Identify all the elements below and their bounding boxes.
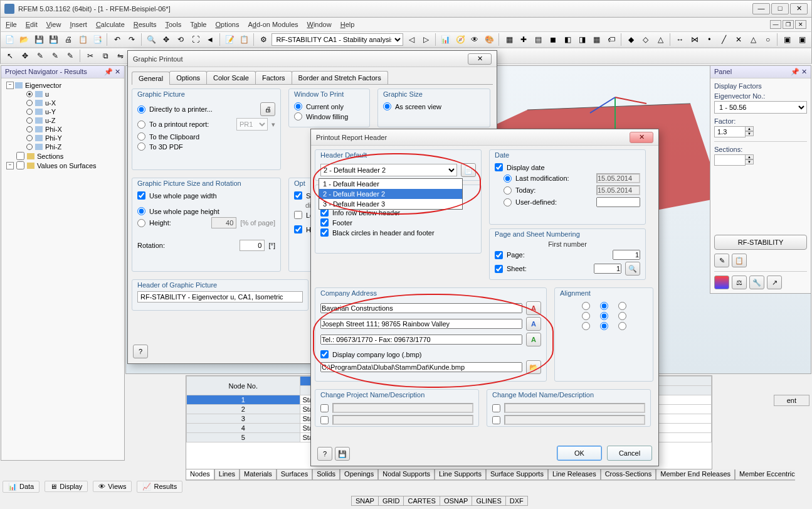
a3-r[interactable]	[618, 322, 626, 330]
sheet-check[interactable]	[495, 265, 503, 273]
radio-u-Z[interactable]	[26, 117, 33, 124]
mesh-icon[interactable]: ▦	[590, 33, 603, 46]
dlg-save-button[interactable]: 💾	[335, 447, 350, 461]
header-graphic-input[interactable]	[137, 291, 303, 303]
user-date-radio[interactable]	[504, 198, 512, 206]
wire-icon[interactable]: ▤	[532, 33, 545, 46]
radio-u[interactable]	[26, 91, 33, 97]
panel-gradient-icon[interactable]	[714, 276, 729, 289]
panel-arrow-icon[interactable]: ↗	[767, 276, 782, 289]
col-node-no[interactable]: Node No.	[187, 377, 300, 395]
radio-u-X[interactable]	[26, 100, 33, 106]
truncated-tab[interactable]: ent	[774, 395, 809, 406]
btab-line-releases[interactable]: Line Releases	[548, 469, 601, 480]
whole-width-check[interactable]	[137, 191, 145, 200]
graphic-printout-close[interactable]: ✕	[468, 53, 492, 65]
next-lc-icon[interactable]: ▷	[419, 33, 433, 46]
menu-edit[interactable]: Edit	[26, 21, 38, 28]
tab-general[interactable]: General	[132, 72, 170, 85]
btab-nodal-supports[interactable]: Nodal Supports	[378, 469, 435, 480]
menu-insert[interactable]: Insert	[70, 21, 87, 28]
tab-border-and-stretch-factors[interactable]: Border and Stretch Factors	[292, 71, 388, 84]
printer-settings-button[interactable]: 🖨	[260, 102, 275, 116]
opt-sh-check[interactable]	[294, 191, 302, 200]
snap-glines[interactable]: GLINES	[472, 496, 505, 506]
show2-icon[interactable]: ◇	[639, 33, 652, 46]
tab-results[interactable]: 📈 Results	[137, 481, 182, 493]
a3-l[interactable]	[582, 322, 590, 330]
results-on-icon[interactable]: 📊	[439, 33, 452, 46]
address-line2[interactable]	[320, 319, 522, 329]
eigenvector-combo[interactable]: 1 - 50.56	[714, 101, 807, 114]
btab-materials[interactable]: Materials	[240, 469, 277, 480]
btab-line-supports[interactable]: Line Supports	[435, 469, 486, 480]
tree-item-u-z[interactable]: u-Z	[4, 116, 122, 125]
to-3dpdf-radio[interactable]	[137, 142, 145, 151]
print-icon[interactable]: 🖨	[61, 33, 75, 46]
new-icon[interactable]: 📄	[3, 33, 16, 46]
address-line3[interactable]	[320, 335, 522, 345]
circles-check[interactable]	[320, 228, 329, 237]
values-checkbox[interactable]	[16, 161, 24, 169]
help-button[interactable]: ?	[133, 345, 148, 358]
draw3-icon[interactable]: ✎	[63, 49, 77, 63]
cancel-button[interactable]: Cancel	[607, 446, 652, 461]
tab-options[interactable]: Options	[169, 71, 207, 84]
tree-eigenvector[interactable]: Eigenvector	[4, 81, 122, 90]
user-date-input[interactable]	[596, 197, 640, 207]
rotation-input[interactable]	[240, 240, 265, 251]
height-radio[interactable]	[137, 219, 145, 227]
header-opt-1[interactable]: 1 - Default Header	[319, 179, 462, 189]
snap-snap[interactable]: SNAP	[351, 496, 379, 506]
printout-icon[interactable]: 📋	[76, 33, 90, 46]
move-icon[interactable]: ✥	[18, 49, 32, 63]
a2-r[interactable]	[618, 312, 626, 320]
panel-scale-icon[interactable]: ⚖	[732, 276, 747, 289]
cp1-input[interactable]	[332, 403, 473, 413]
mod1-icon[interactable]: ▣	[781, 33, 794, 46]
page-input[interactable]	[613, 250, 640, 260]
factor-input[interactable]	[714, 126, 746, 137]
draw2-icon[interactable]: ✎	[48, 49, 62, 63]
save-icon[interactable]: 💾	[33, 33, 46, 46]
menu-table[interactable]: Table	[190, 21, 206, 28]
mirror-icon[interactable]: ⇋	[113, 49, 127, 63]
a2-c[interactable]	[600, 312, 608, 320]
line-icon[interactable]: ╱	[717, 33, 730, 46]
solid-icon[interactable]: ◼	[546, 33, 559, 46]
mdi-restore[interactable]: ❐	[783, 20, 794, 29]
font-a2-button[interactable]: A	[526, 317, 541, 331]
tree-item-phi-z[interactable]: Phi-Z	[4, 142, 122, 151]
window-maximize[interactable]: □	[771, 3, 789, 14]
zoom-icon[interactable]: 🔍	[145, 33, 158, 46]
printout-header-close[interactable]: ✕	[630, 132, 653, 143]
panel-pin-icon[interactable]: 📌 ✕	[791, 68, 807, 76]
copy-icon[interactable]: ⧉	[98, 49, 112, 63]
axes-icon[interactable]: ✚	[517, 33, 530, 46]
prev-lc-icon[interactable]: ◁	[404, 33, 418, 46]
snap-cartes[interactable]: CARTES	[404, 496, 440, 506]
last-mod-radio[interactable]	[504, 174, 512, 183]
show1-icon[interactable]: ◆	[625, 33, 638, 46]
mod2-icon[interactable]: ▣	[796, 33, 809, 46]
current-only-radio[interactable]	[294, 102, 302, 110]
panel-edit-icon[interactable]: ✎	[714, 254, 729, 267]
radio-Phi-Z[interactable]	[26, 144, 33, 150]
display-date-check[interactable]	[495, 163, 503, 171]
panel-tool-icon[interactable]: 🔧	[749, 276, 764, 289]
radio-Phi-X[interactable]	[26, 126, 33, 132]
sections-checkbox[interactable]	[16, 152, 24, 160]
header-default-pick-button[interactable]: 📄	[461, 163, 476, 177]
page-settings-button[interactable]: 🔍	[625, 262, 640, 276]
window-minimize[interactable]: —	[752, 3, 770, 14]
font-a3-button[interactable]: A	[526, 333, 541, 346]
ok-button[interactable]: OK	[557, 446, 602, 461]
menu-tools[interactable]: Tools	[165, 21, 181, 28]
btab-surfaces[interactable]: Surfaces	[277, 469, 312, 480]
panel-list-icon[interactable]: 📋	[732, 254, 747, 267]
nav-icon[interactable]: 🧭	[453, 33, 467, 46]
btab-nodes[interactable]: Nodes	[186, 469, 214, 480]
report-select[interactable]: PR1	[236, 118, 268, 131]
snap-grid[interactable]: GRID	[379, 496, 404, 506]
a2-l[interactable]	[582, 312, 590, 320]
